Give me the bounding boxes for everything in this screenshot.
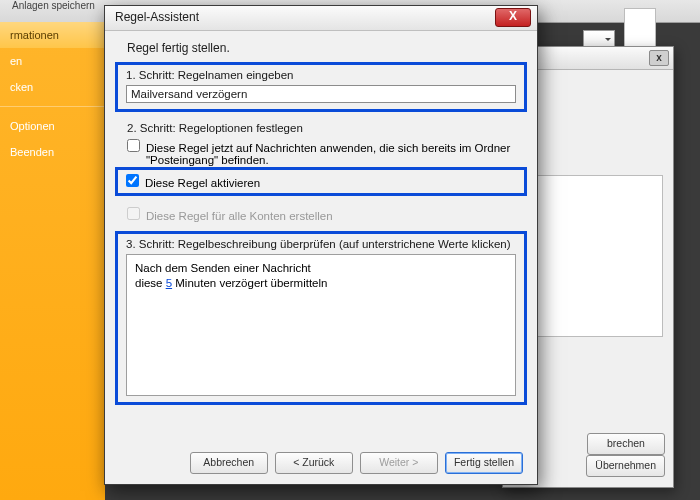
- back-cancel-button[interactable]: brechen: [587, 433, 665, 455]
- dialog-titlebar: Regel-Assistent X: [105, 6, 537, 31]
- desc-line2: diese 5 Minuten verzögert übermitteln: [135, 276, 507, 291]
- rules-wizard-dialog: Regel-Assistent X Regel fertig stellen. …: [104, 5, 538, 485]
- sidebar-item-print[interactable]: cken: [0, 74, 105, 100]
- cancel-button[interactable]: Abbrechen: [190, 452, 268, 474]
- all-accounts-checkbox: [127, 207, 140, 220]
- sidebar-item-exit[interactable]: Beenden: [0, 139, 105, 165]
- back-apply-button[interactable]: Übernehmen: [586, 455, 665, 477]
- rule-description-box: Nach dem Senden einer Nachricht diese 5 …: [126, 254, 516, 396]
- apply-now-checkbox-row[interactable]: Diese Regel jetzt auf Nachrichten anwend…: [127, 138, 515, 167]
- sidebar-item-info[interactable]: rmationen: [0, 22, 105, 48]
- activate-label: Diese Regel aktivieren: [145, 177, 260, 189]
- ribbon-fragment-text: Anlagen speichern: [12, 0, 95, 11]
- sidebar-item-options[interactable]: Optionen: [0, 113, 105, 139]
- dialog-button-bar: Abbrechen < Zurück Weiter > Fertig stell…: [105, 452, 537, 474]
- desc-line2-b: Minuten verzögert übermitteln: [172, 277, 327, 289]
- apply-now-label: Diese Regel jetzt auf Nachrichten anwend…: [146, 142, 515, 166]
- step1-label: 1. Schritt: Regelnamen eingeben: [126, 69, 516, 81]
- sidebar-separator: [0, 106, 105, 107]
- step1-group: 1. Schritt: Regelnamen eingeben: [115, 62, 527, 112]
- activate-checkbox-row[interactable]: Diese Regel aktivieren: [126, 173, 516, 190]
- all-accounts-checkbox-row: Diese Regel für alle Konten erstellen: [127, 206, 515, 223]
- step2-label: 2. Schritt: Regeloptionen festlegen: [127, 122, 515, 134]
- desc-line2-a: diese: [135, 277, 166, 289]
- back-button[interactable]: < Zurück: [275, 452, 353, 474]
- desc-line1: Nach dem Senden einer Nachricht: [135, 261, 507, 276]
- activate-group: Diese Regel aktivieren: [115, 167, 527, 196]
- backstage-sidebar: rmationen en cken Optionen Beenden: [0, 22, 105, 500]
- step2-group: 2. Schritt: Regeloptionen festlegen Dies…: [115, 120, 527, 167]
- apply-now-checkbox[interactable]: [127, 139, 140, 152]
- step3-label: 3. Schritt: Regelbeschreibung überprüfen…: [126, 238, 516, 250]
- step3-group: 3. Schritt: Regelbeschreibung überprüfen…: [115, 231, 527, 405]
- dialog-title: Regel-Assistent: [115, 10, 199, 24]
- close-icon[interactable]: x: [649, 50, 669, 66]
- all-accounts-row-wrap: Diese Regel für alle Konten erstellen: [115, 204, 527, 223]
- finish-button[interactable]: Fertig stellen: [445, 452, 523, 474]
- close-button[interactable]: X: [495, 8, 531, 27]
- dialog-subtitle: Regel fertig stellen.: [105, 31, 537, 55]
- all-accounts-label: Diese Regel für alle Konten erstellen: [146, 210, 333, 222]
- rule-name-input[interactable]: [126, 85, 516, 103]
- dialog-body: 1. Schritt: Regelnamen eingeben 2. Schri…: [115, 62, 527, 440]
- activate-checkbox[interactable]: [126, 174, 139, 187]
- next-button: Weiter >: [360, 452, 438, 474]
- sidebar-item-open[interactable]: en: [0, 48, 105, 74]
